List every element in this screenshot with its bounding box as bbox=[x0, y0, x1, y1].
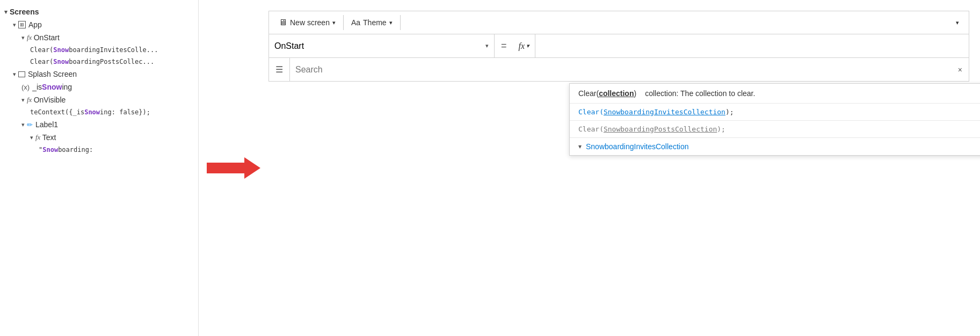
autocomplete-header: Clear(collection) collection: The collec… bbox=[570, 84, 980, 104]
hamburger-symbol: ☰ bbox=[275, 64, 283, 75]
var-parens: (x) bbox=[21, 83, 30, 91]
toolbar-divider-1 bbox=[343, 15, 344, 30]
arrow-head bbox=[244, 157, 260, 179]
toolbar: 🖥 New screen ▾ Aa Theme ▾ ▾ bbox=[268, 11, 969, 34]
autocomplete-panel: Clear(collection) collection: The collec… bbox=[569, 83, 980, 156]
screens-label: Screens bbox=[10, 8, 39, 16]
clear-posts-code: Clear(SnowboardingPostsCollec... bbox=[30, 58, 154, 65]
issnowing-item[interactable]: (x) _isSnowing bbox=[0, 81, 198, 93]
main-area: 🖥 New screen ▾ Aa Theme ▾ ▾ OnStart ▾ = … bbox=[268, 0, 980, 336]
fx-formula-button[interactable]: fx ▾ bbox=[513, 34, 536, 57]
toolbar-divider-2 bbox=[400, 15, 401, 30]
label1-chevron: ▾ bbox=[21, 121, 25, 128]
autocomplete-func-signature: Clear(collection) bbox=[578, 89, 636, 98]
fx-icon-text: fx bbox=[35, 133, 42, 142]
autocomplete-item-name: SnowboardingInvitesCollection bbox=[586, 142, 980, 151]
snowboarding-text-item[interactable]: "Snowboarding: bbox=[0, 144, 198, 156]
onvisible-chevron: ▾ bbox=[21, 97, 25, 104]
issnowing-label: _isSnowing bbox=[32, 83, 72, 91]
screens-chevron: ▾ bbox=[4, 9, 8, 16]
app-icon: ⊞ bbox=[18, 21, 26, 28]
screen-icon bbox=[18, 71, 25, 77]
text-chevron: ▾ bbox=[30, 134, 33, 141]
left-panel: ▾ Screens ▾ ⊞ App ▾ fx OnStart Clear(Sno… bbox=[0, 0, 199, 336]
arrow-body bbox=[207, 163, 244, 173]
splash-screen-label: Splash Screen bbox=[28, 70, 77, 78]
search-clear-button[interactable]: × bbox=[952, 65, 969, 74]
autocomplete-code-line1: Clear(SnowboardingInvitesCollection); bbox=[570, 104, 980, 121]
theme-icon: Aa bbox=[351, 18, 360, 27]
hamburger-icon[interactable]: ☰ bbox=[269, 58, 290, 81]
autocomplete-code-line2: Clear(SnowboardingPostsCollection); bbox=[570, 121, 980, 138]
text-label: Text bbox=[42, 133, 56, 142]
selected-property: OnStart bbox=[274, 41, 304, 51]
search-input[interactable] bbox=[290, 65, 952, 75]
clear-invites-item[interactable]: Clear(SnowboardingInvitesColle... bbox=[0, 44, 198, 56]
new-screen-button[interactable]: 🖥 New screen ▾ bbox=[273, 16, 341, 30]
theme-button[interactable]: Aa Theme ▾ bbox=[346, 16, 398, 29]
onstart-chevron: ▾ bbox=[21, 34, 25, 41]
item-chevron-icon: ▾ bbox=[578, 143, 582, 150]
label1-icon: ✏ bbox=[27, 121, 33, 129]
fx-icon-onstart: fx bbox=[27, 33, 34, 42]
theme-chevron: ▾ bbox=[389, 19, 393, 26]
fx-formula-label: fx bbox=[519, 41, 525, 51]
code-func-name1: Clear( bbox=[578, 108, 604, 116]
label1-label: Label1 bbox=[35, 120, 58, 129]
toolbar-dropdown-chevron: ▾ bbox=[956, 19, 959, 26]
code-line2-text: Clear(SnowboardingPostsCollection); bbox=[578, 125, 725, 133]
app-label: App bbox=[28, 20, 42, 29]
app-item[interactable]: ▾ ⊞ App bbox=[0, 18, 198, 31]
toolbar-right: ▾ bbox=[403, 17, 964, 28]
onstart-item[interactable]: ▾ fx OnStart bbox=[0, 31, 198, 44]
arrow-area bbox=[199, 0, 268, 336]
autocomplete-description: collection: The collection to clear. bbox=[645, 89, 755, 98]
label1-item[interactable]: ▾ ✏ Label1 bbox=[0, 118, 198, 131]
property-selector[interactable]: OnStart ▾ bbox=[269, 34, 495, 57]
clear-invites-code: Clear(SnowboardingInvitesColle... bbox=[30, 46, 158, 54]
splash-chevron: ▾ bbox=[13, 71, 16, 78]
snowboarding-code: "Snowboarding: bbox=[39, 146, 93, 154]
fx-icon-onvisible: fx bbox=[27, 96, 34, 104]
tecontext-item[interactable]: teContext({_isSnowing: false}); bbox=[0, 106, 198, 118]
code-collection1: SnowboardingInvitesCollection bbox=[604, 108, 725, 116]
tecontext-code: teContext({_isSnowing: false}); bbox=[30, 108, 150, 116]
toolbar-dropdown-button[interactable]: ▾ bbox=[950, 17, 964, 28]
clear-posts-item[interactable]: Clear(SnowboardingPostsCollec... bbox=[0, 56, 198, 68]
search-bar: ☰ × bbox=[268, 58, 969, 82]
red-arrow bbox=[207, 157, 260, 179]
new-screen-label: New screen bbox=[290, 18, 330, 27]
new-screen-chevron: ▾ bbox=[332, 19, 336, 26]
splash-screen-item[interactable]: ▾ Splash Screen bbox=[0, 68, 198, 81]
formula-bar: OnStart ▾ = fx ▾ bbox=[268, 34, 969, 58]
code-semicolon1: ); bbox=[725, 108, 734, 116]
autocomplete-item[interactable]: ▾ SnowboardingInvitesCollection Data typ… bbox=[570, 138, 980, 155]
onvisible-item[interactable]: ▾ fx OnVisible bbox=[0, 93, 198, 106]
monitor-icon: 🖥 bbox=[279, 18, 287, 27]
param-highlight: collection bbox=[599, 89, 634, 98]
fx-chevron: ▾ bbox=[526, 42, 529, 49]
equals-sign: = bbox=[495, 40, 513, 52]
text-item[interactable]: ▾ fx Text bbox=[0, 131, 198, 144]
onvisible-label: OnVisible bbox=[34, 96, 66, 104]
screens-section[interactable]: ▾ Screens bbox=[0, 5, 198, 18]
property-chevron: ▾ bbox=[485, 42, 489, 49]
app-chevron: ▾ bbox=[13, 21, 16, 28]
theme-label: Theme bbox=[363, 18, 387, 27]
onstart-label: OnStart bbox=[34, 33, 60, 42]
